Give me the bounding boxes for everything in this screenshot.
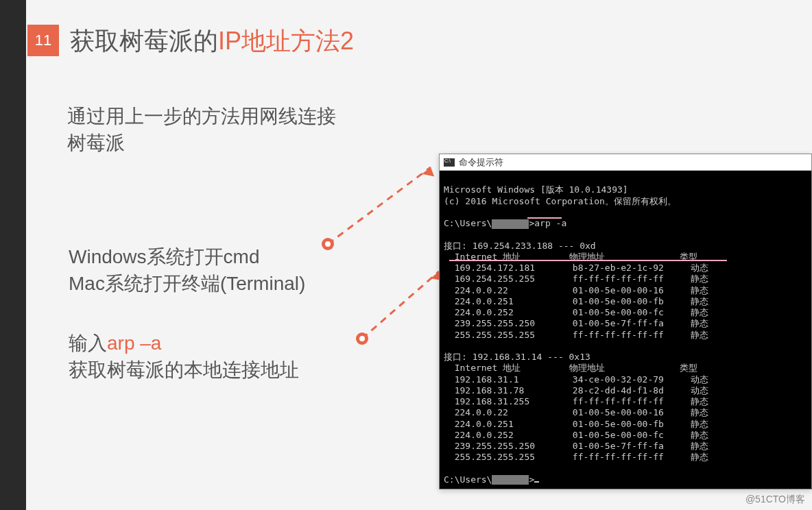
iface2-row-4: 224.0.0.251 01-00-5e-00-00-fb 静态 <box>444 419 708 429</box>
cmd-after: >arp -a <box>529 218 566 228</box>
iface2-row-6: 239.255.255.250 01-00-5e-7f-ff-fa 静态 <box>444 441 708 451</box>
para3-prefix: 输入 <box>69 332 107 354</box>
col-header-2: Internet 地址 物理地址 类型 <box>444 363 697 373</box>
iface2-row-3: 224.0.0.22 01-00-5e-00-00-16 静态 <box>444 407 708 417</box>
cmd-icon <box>444 158 455 167</box>
paragraph-1: 通过用上一步的方法用网线连接 树莓派 <box>67 103 336 156</box>
arrow-1 <box>315 152 453 262</box>
para1-line2: 树莓派 <box>67 132 125 154</box>
cmd-prompt2-prefix: C:\Users\ <box>444 474 492 485</box>
cursor-icon <box>534 481 539 483</box>
para1-line1: 通过用上一步的方法用网线连接 <box>67 106 336 127</box>
title-black: 获取树莓派的 <box>70 27 218 55</box>
cmd-line1: Microsoft Windows [版本 10.0.14393] <box>444 184 628 195</box>
paragraph-2: Windows系统打开cmd Mac系统打开终端(Terminal) <box>69 243 305 297</box>
para2-line1: Windows系统打开cmd <box>69 246 259 267</box>
cmd-line2: (c) 2016 Microsoft Corporation。保留所有权利。 <box>444 196 676 206</box>
iface1-row-0: 169.254.172.181 b8-27-eb-e2-1c-92 动态 <box>444 263 708 273</box>
svg-line-5 <box>362 271 439 339</box>
svg-point-3 <box>322 238 334 250</box>
para3-line2: 获取树莓派的本地连接地址 <box>69 359 299 380</box>
watermark: @51CTO博客 <box>745 494 805 506</box>
iface1-row-3: 224.0.0.251 01-00-5e-00-00-fb 静态 <box>444 296 708 306</box>
cmd-prompt2-suffix: > <box>529 474 534 485</box>
paragraph-3: 输入arp –a 获取树莓派的本地连接地址 <box>69 330 299 383</box>
iface2-row-5: 224.0.0.252 01-00-5e-00-00-fc 静态 <box>444 430 708 440</box>
iface1-row-6: 255.255.255.255 ff-ff-ff-ff-ff-ff 静态 <box>444 330 708 340</box>
iface1-row-5: 239.255.255.250 01-00-5e-7f-ff-fa 静态 <box>444 318 708 328</box>
slide-title: 获取树莓派的IP地址方法2 <box>70 25 354 58</box>
svg-point-8 <box>359 336 365 341</box>
cmd-titlebar[interactable]: 命令提示符 <box>440 154 811 171</box>
para3-accent: arp –a <box>107 332 161 354</box>
iface1-row-1: 169.254.255.255 ff-ff-ff-ff-ff-ff 静态 <box>444 274 708 284</box>
title-accent: IP地址方法2 <box>218 27 354 55</box>
iface2-row-2: 192.168.31.255 ff-ff-ff-ff-ff-ff 静态 <box>444 396 708 406</box>
svg-marker-2 <box>422 167 436 182</box>
redacted-user-1 <box>492 219 529 229</box>
slide-number-badge: 11 <box>27 25 59 56</box>
iface2-header: 接口: 192.168.31.14 --- 0x13 <box>444 352 590 362</box>
redacted-user-2 <box>492 475 529 485</box>
iface1-header: 接口: 169.254.233.188 --- 0xd <box>444 241 596 251</box>
svg-line-1 <box>328 167 431 244</box>
cmd-body[interactable]: Microsoft Windows [版本 10.0.14393] (c) 20… <box>440 171 811 489</box>
iface1-row-2: 224.0.0.22 01-00-5e-00-00-16 静态 <box>444 285 708 295</box>
iface1-row-4: 224.0.0.252 01-00-5e-00-00-fc 静态 <box>444 307 708 317</box>
iface2-row-1: 192.168.31.78 28-c2-dd-4d-f1-8d 动态 <box>444 385 708 396</box>
left-black-bar <box>0 0 26 510</box>
highlight-underline-row <box>449 260 727 261</box>
iface2-row-0: 192.168.31.1 34-ce-00-32-02-79 动态 <box>444 374 708 385</box>
svg-point-4 <box>325 241 331 247</box>
cmd-title: 命令提示符 <box>459 156 503 169</box>
para2-line2: Mac系统打开终端(Terminal) <box>69 273 305 294</box>
highlight-underline-cmd <box>527 217 562 219</box>
cmd-window: 命令提示符 Microsoft Windows [版本 10.0.14393] … <box>439 154 812 489</box>
cmd-prompt1-prefix: C:\Users\ <box>444 218 492 228</box>
svg-point-7 <box>356 332 368 345</box>
iface2-row-7: 255.255.255.255 ff-ff-ff-ff-ff-ff 静态 <box>444 452 708 462</box>
